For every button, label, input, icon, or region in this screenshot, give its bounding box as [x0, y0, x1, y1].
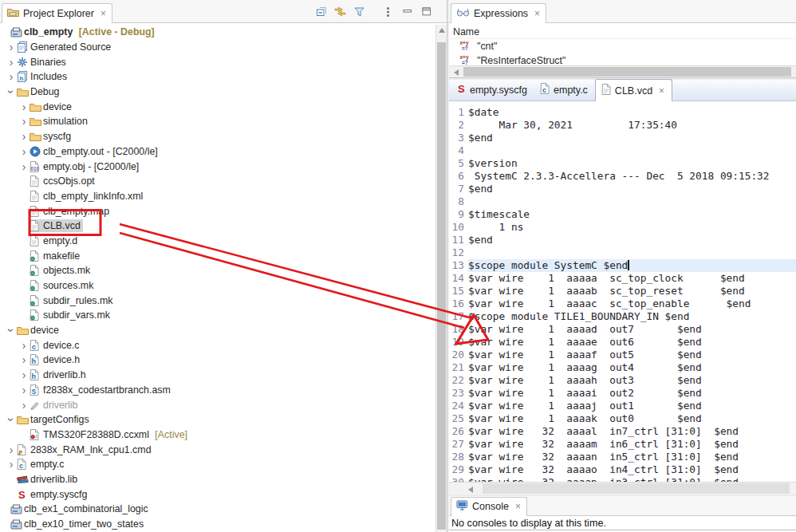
- chevron-collapsed-icon[interactable]: ›: [19, 355, 29, 365]
- close-icon[interactable]: ×: [534, 10, 540, 18]
- tree-item-device-h[interactable]: ›hdevice.h: [0, 353, 435, 368]
- code-line-20[interactable]: 20$var wire 1 aaaaf out5 $end: [449, 349, 796, 361]
- tree-item-f2838x-codestartbranch-asm[interactable]: ›Sf2838x_codestartbranch.asm: [0, 383, 435, 398]
- tree-item-clb-ex1-combinatorial-logic[interactable]: clb_ex1_combinatorial_logic: [0, 502, 435, 517]
- tree-item-clb-empty-out-c2000-le-[interactable]: ›clb_empty.out - [C2000/le]: [0, 144, 435, 160]
- code-line-27[interactable]: 27$var wire 32 aaaam in6_ctrl [31:0] $en…: [449, 438, 796, 451]
- code-line-15[interactable]: 15$var wire 1 aaaab sc_top_reset $end: [449, 285, 796, 298]
- code-line-19[interactable]: 19$var wire 1 aaaae out6 $end: [449, 336, 796, 349]
- chevron-collapsed-icon[interactable]: ›: [19, 400, 29, 410]
- chevron-expanded-icon[interactable]: ›: [6, 415, 16, 424]
- code-line-16[interactable]: 16$var wire 1 aaaac sc_top_enable $end: [449, 298, 796, 310]
- expression-row[interactable]: x+y=?"cnt": [449, 39, 796, 53]
- code-line-29[interactable]: 29$var wire 32 aaaao in4_ctrl [31:0] $en…: [449, 463, 796, 476]
- tree-item-objects-mk[interactable]: objects.mk: [0, 263, 435, 278]
- chevron-collapsed-icon[interactable]: ›: [19, 385, 29, 395]
- code-line-2[interactable]: 2 Mar 30, 2021 17:35:40: [449, 119, 796, 132]
- scroll-left-icon[interactable]: [468, 487, 473, 493]
- chevron-expanded-icon[interactable]: ›: [6, 87, 16, 97]
- tree-item-clb-empty-map[interactable]: clb_empty.map: [0, 203, 435, 219]
- code-line-4[interactable]: 4: [449, 144, 796, 157]
- scroll-up-icon[interactable]: [439, 28, 445, 33]
- code-line-26[interactable]: 26$var wire 32 aaaal in7_ctrl [31:0] $en…: [449, 425, 796, 438]
- chevron-expanded-icon[interactable]: ›: [6, 325, 16, 335]
- code-line-17[interactable]: 17$scope module TILE1_BOUNDARY_IN $end: [449, 310, 796, 323]
- tree-item-clb-ex10-timer-two-states[interactable]: clb_ex10_timer_two_states: [0, 517, 435, 532]
- code-line-12[interactable]: 12: [449, 246, 796, 259]
- expressions-horizontal-scrollbar[interactable]: [449, 65, 796, 77]
- chevron-collapsed-icon[interactable]: ›: [19, 147, 29, 156]
- tab-expressions[interactable]: Expressions ×: [451, 3, 546, 23]
- code-line-24[interactable]: 24$var wire 1 aaaaj out1 $end: [449, 400, 796, 412]
- tree-item-sources-mk[interactable]: sources.mk: [0, 278, 435, 294]
- code-line-28[interactable]: 28$var wire 32 aaaan in5_ctrl [31:0] $en…: [449, 451, 796, 463]
- scrollbar-thumb[interactable]: [463, 67, 791, 77]
- code-line-14[interactable]: 14$var wire 1 aaaaa sc_top_clock $end: [449, 272, 796, 285]
- expressions-name-column-header[interactable]: Name: [449, 25, 796, 39]
- editor-tab-empty-syscfg[interactable]: Sempty.syscfg: [451, 79, 534, 100]
- tree-item-binaries[interactable]: ›Binaries: [0, 54, 435, 69]
- tree-item-empty-c[interactable]: ›cempty.c: [0, 457, 435, 472]
- chevron-collapsed-icon[interactable]: ›: [19, 370, 29, 380]
- tree-item-driverlib-h[interactable]: ›hdriverlib.h: [0, 368, 435, 383]
- expression-row[interactable]: x+y=?"ResInterfaceStruct": [449, 53, 796, 65]
- scroll-left-icon[interactable]: [454, 69, 459, 76]
- tree-item-clb-empty-linkinfo-xml[interactable]: clb_empty_linkInfo.xml: [0, 189, 435, 204]
- tree-item-debug[interactable]: ›Debug: [0, 85, 435, 100]
- tree-item-generated-source[interactable]: ›Generated Source: [0, 40, 435, 55]
- code-line-3[interactable]: 3$end: [449, 132, 796, 144]
- tree-item-empty-d[interactable]: empty.d: [0, 234, 435, 249]
- code-line-25[interactable]: 25$var wire 1 aaaak out0 $end: [449, 412, 796, 425]
- chevron-collapsed-icon[interactable]: ›: [19, 102, 29, 112]
- chevron-collapsed-icon[interactable]: ›: [19, 162, 29, 171]
- chevron-collapsed-icon[interactable]: ›: [6, 445, 16, 455]
- close-icon[interactable]: ×: [659, 87, 664, 95]
- tree-item-driverlib[interactable]: ›driverlib: [0, 397, 435, 412]
- tree-item-targetconfigs[interactable]: ›targetConfigs: [0, 412, 435, 428]
- tree-item-subdir-rules-mk[interactable]: subdir_rules.mk: [0, 293, 435, 308]
- code-line-9[interactable]: 9$timescale: [449, 208, 796, 221]
- maximize-icon[interactable]: [420, 6, 432, 18]
- tree-item-2838x-ram-lnk-cpu1-cmd[interactable]: ›2838x_RAM_lnk_cpu1.cmd: [0, 442, 435, 457]
- tree-item-makefile[interactable]: makefile: [0, 248, 435, 263]
- chevron-collapsed-icon[interactable]: ›: [6, 57, 16, 67]
- code-line-5[interactable]: 5$version: [449, 157, 796, 170]
- code-line-22[interactable]: 22$var wire 1 aaaah out3 $end: [449, 374, 796, 387]
- editor-code[interactable]: 1$date2 Mar 30, 2021 17:35:403$end45$ver…: [449, 101, 796, 482]
- code-line-13[interactable]: 13$scope module SystemC $end: [449, 259, 796, 272]
- code-line-11[interactable]: 11$end: [449, 234, 796, 246]
- editor-tab-empty-c[interactable]: cempty.c: [534, 79, 595, 100]
- editor-tab-clb-vcd[interactable]: CLB.vcd×: [595, 79, 672, 101]
- tree-item-empty-obj-c2000-le-[interactable]: ›010empty.obj - [C2000/le]: [0, 159, 435, 174]
- chevron-collapsed-icon[interactable]: ›: [6, 42, 16, 52]
- tab-console[interactable]: Console ×: [451, 497, 527, 516]
- tree-item-simulation[interactable]: ›simulation: [0, 114, 435, 129]
- code-line-1[interactable]: 1$date: [449, 106, 796, 119]
- collapse-all-icon[interactable]: [315, 6, 327, 18]
- tab-project-explorer[interactable]: Project Explorer ×: [2, 3, 112, 23]
- tree-item-syscfg[interactable]: ›syscfg: [0, 129, 435, 144]
- tree-item-subdir-vars-mk[interactable]: subdir_vars.mk: [0, 308, 435, 323]
- chevron-collapsed-icon[interactable]: ›: [19, 132, 29, 141]
- code-line-8[interactable]: 8: [449, 195, 796, 208]
- chevron-collapsed-icon[interactable]: ›: [19, 116, 29, 126]
- tree-item-device-c[interactable]: ›cdevice.c: [0, 337, 435, 353]
- editor-horizontal-scrollbar[interactable]: [449, 482, 796, 495]
- tree-item-tms320f28388d-ccxml[interactable]: TMS320F28388D.ccxml [Active]: [0, 428, 435, 443]
- tree-item-empty-syscfg[interactable]: Sempty.syscfg: [0, 487, 435, 502]
- scrollbar-thumb[interactable]: [483, 483, 790, 494]
- tree-item-ccsobjs-opt[interactable]: ccsObjs.opt: [0, 174, 435, 189]
- tree-item-clb-vcd[interactable]: CLB.vcd: [0, 219, 435, 234]
- close-icon[interactable]: ×: [515, 502, 521, 510]
- chevron-collapsed-icon[interactable]: ›: [19, 341, 29, 350]
- tree-item-driverlib-lib[interactable]: driverlib.lib: [0, 472, 435, 487]
- close-icon[interactable]: ×: [100, 10, 106, 18]
- code-line-21[interactable]: 21$var wire 1 aaaag out4 $end: [449, 361, 796, 374]
- view-menu-icon[interactable]: [382, 6, 394, 18]
- link-with-editor-icon[interactable]: [334, 6, 346, 18]
- code-line-6[interactable]: 6 SystemC 2.3.3-Accellera --- Dec 5 2018…: [449, 170, 796, 183]
- tree-vertical-scrollbar[interactable]: [435, 25, 447, 532]
- code-line-23[interactable]: 23$var wire 1 aaaai out2 $end: [449, 387, 796, 400]
- filter-icon[interactable]: [353, 6, 365, 18]
- code-line-7[interactable]: 7$end: [449, 183, 796, 195]
